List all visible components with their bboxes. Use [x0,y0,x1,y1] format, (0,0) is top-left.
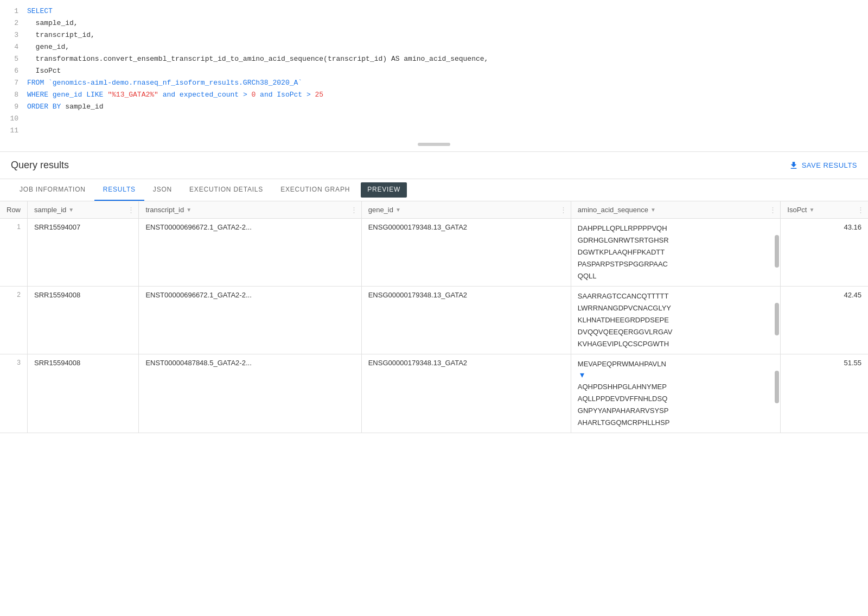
amino-multiline: SAARRAGTCCANCQTTTTTLWRRNANGDPVCNACGLYYKL… [578,291,770,350]
cell-amino-acid-sequence: MEVAPEQPRWMAHPAVLN▾AQHPDSHHPGLAHNYMEPAQL… [571,354,781,433]
amino-seq-line: GNPYYANPAHARARVSYSP [578,405,770,416]
table-row: 1SRR15594007ENST00000696672.1_GATA2-2...… [0,219,868,287]
table-row: 3SRR15594008ENST00000487848.5_GATA2-2...… [0,354,868,433]
line-content[interactable]: transformations.convert_ensembl_transcri… [27,53,868,65]
line-content[interactable]: FROM `genomics-aiml-demo.rnaseq_nf_isofo… [27,77,868,89]
col-label-IsoPct: IsoPct [787,206,807,214]
tab-results[interactable]: RESULTS [94,179,144,201]
amino-seq-line: GDRHGLGNRWTSRTGHSR [578,235,770,246]
results-table-wrapper[interactable]: Rowsample_id▼⋮transcript_id▼⋮gene_id▼⋮am… [0,201,868,433]
amino-column-scrollbar[interactable] [775,371,779,403]
line-number: 8 [0,89,27,101]
resize-handle-sample_id[interactable]: ⋮ [127,206,132,214]
line-content[interactable]: transcript_id, [27,29,868,41]
col-label-sample_id: sample_id [34,206,66,214]
amino-seq-line: AQLLPPDEVDVFFNHLDSQ [578,393,770,404]
line-number: 5 [0,53,27,65]
amino-seq-line: KVHAGEVIPLQCSCPGWTH [578,339,770,350]
line-number: 2 [0,17,27,29]
cell-transcript-id: ENST00000696672.1_GATA2-2... [139,219,361,287]
amino-multiline: MEVAPEQPRWMAHPAVLN▾AQHPDSHHPGLAHNYMEPAQL… [578,359,770,428]
tab-job-info[interactable]: JOB INFORMATION [11,179,94,201]
tab-execution-graph[interactable]: EXECUTION GRAPH [272,179,359,201]
resize-handle-gene_id[interactable]: ⋮ [560,206,564,214]
code-line: 3 transcript_id, [0,29,868,41]
col-label-amino_acid_sequence: amino_acid_sequence [578,206,648,214]
cell-transcript-id: ENST00000696672.1_GATA2-2... [139,287,361,354]
cell-row-num: 2 [0,287,28,354]
col-label-row: Row [7,206,21,214]
amino-seq-line: SAARRAGTCCANCQTTTTT [578,291,770,302]
col-label-gene_id: gene_id [368,206,393,214]
tab-json[interactable]: JSON [144,179,181,201]
table-body: 1SRR15594007ENST00000696672.1_GATA2-2...… [0,219,868,433]
col-header-IsoPct[interactable]: IsoPct▼⋮ [781,201,868,219]
line-number: 6 [0,65,27,77]
table-head: Rowsample_id▼⋮transcript_id▼⋮gene_id▼⋮am… [0,201,868,219]
amino-seq-line: AHARLTGGQMCRPHLLHSP [578,417,770,428]
horizontal-scrollbar[interactable] [418,143,450,146]
col-label-transcript_id: transcript_id [145,206,184,214]
tab-preview[interactable]: PREVIEW [361,182,407,198]
col-header-row[interactable]: Row [0,201,28,219]
amino-seq-line: LWRRNANGDPVCNACGLYY [578,303,770,314]
table-row: 2SRR15594008ENST00000696672.1_GATA2-2...… [0,287,868,354]
cell-amino-acid-sequence: SAARRAGTCCANCQTTTTTLWRRNANGDPVCNACGLYYKL… [571,287,781,354]
cell-isopct: 43.16 [781,219,868,287]
code-lines: 1SELECT2 sample_id,3 transcript_id,4 gen… [0,0,868,142]
code-line: 10 [0,113,868,125]
sort-icon-IsoPct[interactable]: ▼ [809,207,814,213]
line-number: 9 [0,101,27,113]
line-number: 3 [0,29,27,41]
sort-icon-amino_acid_sequence[interactable]: ▼ [650,207,656,213]
sort-icon-sample_id[interactable]: ▼ [68,207,74,213]
cell-transcript-id: ENST00000487848.5_GATA2-2... [139,354,361,433]
sort-icon-transcript_id[interactable]: ▼ [186,207,192,213]
amino-seq-line: DAHPPLLQPLLRPPPPVQH [578,223,770,234]
col-header-transcript_id[interactable]: transcript_id▼⋮ [139,201,361,219]
cell-sample-id: SRR15594008 [28,354,139,433]
line-content[interactable]: SELECT [27,5,868,17]
cell-amino-acid-sequence: DAHPPLLQPLLRPPPPVQHGDRHGLGNRWTSRTGHSRDGW… [571,219,781,287]
resize-handle-transcript_id[interactable]: ⋮ [350,206,355,214]
code-line: 2 sample_id, [0,17,868,29]
code-line: 11 [0,125,868,137]
resize-handle-amino_acid_sequence[interactable]: ⋮ [769,206,774,214]
line-content[interactable]: ORDER BY sample_id [27,101,868,113]
tab-execution-details[interactable]: EXECUTION DETAILS [181,179,272,201]
col-header-sample_id[interactable]: sample_id▼⋮ [28,201,139,219]
code-editor[interactable]: 1SELECT2 sample_id,3 transcript_id,4 gen… [0,0,868,152]
query-results-header: Query results SAVE RESULTS [0,152,868,179]
amino-column-scrollbar[interactable] [775,303,779,335]
line-number: 11 [0,125,27,137]
code-line: 1SELECT [0,5,868,17]
line-content[interactable]: WHERE gene_id LIKE "%13_GATA2%" and expe… [27,89,868,101]
line-content[interactable]: gene_id, [27,41,868,53]
cell-row-num: 1 [0,219,28,287]
col-header-amino_acid_sequence[interactable]: amino_acid_sequence▼⋮ [571,201,781,219]
line-content[interactable]: sample_id, [27,17,868,29]
tabs-bar: JOB INFORMATIONRESULTSJSONEXECUTION DETA… [0,179,868,201]
cell-gene-id: ENSG00000179348.13_GATA2 [361,354,571,433]
code-line: 6 IsoPct [0,65,868,77]
line-number: 10 [0,113,27,125]
amino-column-scrollbar[interactable] [775,235,779,268]
query-results-title: Query results [11,160,69,171]
code-line: 8WHERE gene_id LIKE "%13_GATA2%" and exp… [0,89,868,101]
sort-icon-gene_id[interactable]: ▼ [395,207,401,213]
line-number: 7 [0,77,27,89]
line-number: 4 [0,41,27,53]
amino-seq-line: QQLL [578,271,770,282]
line-content[interactable]: IsoPct [27,65,868,77]
col-header-gene_id[interactable]: gene_id▼⋮ [361,201,571,219]
results-table: Rowsample_id▼⋮transcript_id▼⋮gene_id▼⋮am… [0,201,868,433]
code-line: 9ORDER BY sample_id [0,101,868,113]
cell-sample-id: SRR15594008 [28,287,139,354]
download-icon [789,161,799,170]
save-results-button[interactable]: SAVE RESULTS [789,161,857,170]
amino-seq-line: PASPARPSTPSPGGRPAAC [578,259,770,270]
resize-handle-IsoPct[interactable]: ⋮ [857,206,861,214]
code-line: 5 transformations.convert_ensembl_transc… [0,53,868,65]
expand-icon[interactable]: ▾ [580,370,770,380]
amino-multiline: DAHPPLLQPLLRPPPPVQHGDRHGLGNRWTSRTGHSRDGW… [578,223,770,282]
